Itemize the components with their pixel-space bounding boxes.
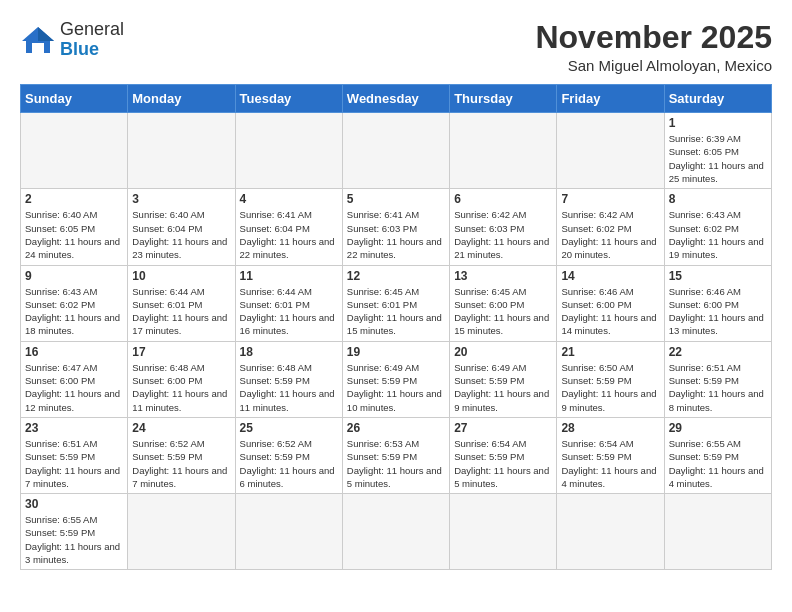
table-row xyxy=(342,113,449,189)
day-number: 20 xyxy=(454,345,552,359)
table-row: 14Sunrise: 6:46 AM Sunset: 6:00 PM Dayli… xyxy=(557,265,664,341)
table-row xyxy=(235,113,342,189)
table-row: 23Sunrise: 6:51 AM Sunset: 5:59 PM Dayli… xyxy=(21,417,128,493)
month-title: November 2025 xyxy=(535,20,772,55)
table-row: 21Sunrise: 6:50 AM Sunset: 5:59 PM Dayli… xyxy=(557,341,664,417)
day-number: 22 xyxy=(669,345,767,359)
calendar-table: Sunday Monday Tuesday Wednesday Thursday… xyxy=(20,84,772,570)
table-row: 9Sunrise: 6:43 AM Sunset: 6:02 PM Daylig… xyxy=(21,265,128,341)
svg-rect-2 xyxy=(32,43,44,53)
day-info: Sunrise: 6:41 AM Sunset: 6:04 PM Dayligh… xyxy=(240,208,338,261)
table-row: 30Sunrise: 6:55 AM Sunset: 5:59 PM Dayli… xyxy=(21,494,128,570)
day-info: Sunrise: 6:43 AM Sunset: 6:02 PM Dayligh… xyxy=(25,285,123,338)
table-row: 18Sunrise: 6:48 AM Sunset: 5:59 PM Dayli… xyxy=(235,341,342,417)
day-number: 15 xyxy=(669,269,767,283)
weekday-header-row: Sunday Monday Tuesday Wednesday Thursday… xyxy=(21,85,772,113)
day-number: 28 xyxy=(561,421,659,435)
day-info: Sunrise: 6:44 AM Sunset: 6:01 PM Dayligh… xyxy=(240,285,338,338)
day-info: Sunrise: 6:49 AM Sunset: 5:59 PM Dayligh… xyxy=(347,361,445,414)
day-number: 12 xyxy=(347,269,445,283)
header-monday: Monday xyxy=(128,85,235,113)
day-number: 11 xyxy=(240,269,338,283)
day-info: Sunrise: 6:41 AM Sunset: 6:03 PM Dayligh… xyxy=(347,208,445,261)
day-number: 2 xyxy=(25,192,123,206)
day-number: 16 xyxy=(25,345,123,359)
header-sunday: Sunday xyxy=(21,85,128,113)
table-row: 27Sunrise: 6:54 AM Sunset: 5:59 PM Dayli… xyxy=(450,417,557,493)
table-row: 24Sunrise: 6:52 AM Sunset: 5:59 PM Dayli… xyxy=(128,417,235,493)
header-wednesday: Wednesday xyxy=(342,85,449,113)
table-row: 12Sunrise: 6:45 AM Sunset: 6:01 PM Dayli… xyxy=(342,265,449,341)
table-row: 10Sunrise: 6:44 AM Sunset: 6:01 PM Dayli… xyxy=(128,265,235,341)
day-number: 30 xyxy=(25,497,123,511)
table-row: 15Sunrise: 6:46 AM Sunset: 6:00 PM Dayli… xyxy=(664,265,771,341)
day-number: 10 xyxy=(132,269,230,283)
day-info: Sunrise: 6:43 AM Sunset: 6:02 PM Dayligh… xyxy=(669,208,767,261)
calendar-row: 9Sunrise: 6:43 AM Sunset: 6:02 PM Daylig… xyxy=(21,265,772,341)
day-info: Sunrise: 6:51 AM Sunset: 5:59 PM Dayligh… xyxy=(25,437,123,490)
day-number: 6 xyxy=(454,192,552,206)
day-number: 1 xyxy=(669,116,767,130)
day-info: Sunrise: 6:52 AM Sunset: 5:59 PM Dayligh… xyxy=(240,437,338,490)
table-row: 17Sunrise: 6:48 AM Sunset: 6:00 PM Dayli… xyxy=(128,341,235,417)
day-number: 21 xyxy=(561,345,659,359)
day-info: Sunrise: 6:40 AM Sunset: 6:04 PM Dayligh… xyxy=(132,208,230,261)
table-row: 25Sunrise: 6:52 AM Sunset: 5:59 PM Dayli… xyxy=(235,417,342,493)
table-row: 11Sunrise: 6:44 AM Sunset: 6:01 PM Dayli… xyxy=(235,265,342,341)
table-row: 22Sunrise: 6:51 AM Sunset: 5:59 PM Dayli… xyxy=(664,341,771,417)
day-info: Sunrise: 6:47 AM Sunset: 6:00 PM Dayligh… xyxy=(25,361,123,414)
table-row: 2Sunrise: 6:40 AM Sunset: 6:05 PM Daylig… xyxy=(21,189,128,265)
day-number: 19 xyxy=(347,345,445,359)
table-row: 6Sunrise: 6:42 AM Sunset: 6:03 PM Daylig… xyxy=(450,189,557,265)
header-friday: Friday xyxy=(557,85,664,113)
day-number: 25 xyxy=(240,421,338,435)
day-info: Sunrise: 6:46 AM Sunset: 6:00 PM Dayligh… xyxy=(561,285,659,338)
calendar-row: 1Sunrise: 6:39 AM Sunset: 6:05 PM Daylig… xyxy=(21,113,772,189)
table-row: 28Sunrise: 6:54 AM Sunset: 5:59 PM Dayli… xyxy=(557,417,664,493)
day-info: Sunrise: 6:54 AM Sunset: 5:59 PM Dayligh… xyxy=(561,437,659,490)
day-info: Sunrise: 6:48 AM Sunset: 6:00 PM Dayligh… xyxy=(132,361,230,414)
table-row: 20Sunrise: 6:49 AM Sunset: 5:59 PM Dayli… xyxy=(450,341,557,417)
logo-blue: Blue xyxy=(60,39,99,59)
day-info: Sunrise: 6:52 AM Sunset: 5:59 PM Dayligh… xyxy=(132,437,230,490)
day-number: 9 xyxy=(25,269,123,283)
day-number: 29 xyxy=(669,421,767,435)
table-row: 5Sunrise: 6:41 AM Sunset: 6:03 PM Daylig… xyxy=(342,189,449,265)
day-info: Sunrise: 6:55 AM Sunset: 5:59 PM Dayligh… xyxy=(669,437,767,490)
day-number: 8 xyxy=(669,192,767,206)
day-info: Sunrise: 6:49 AM Sunset: 5:59 PM Dayligh… xyxy=(454,361,552,414)
calendar-row: 16Sunrise: 6:47 AM Sunset: 6:00 PM Dayli… xyxy=(21,341,772,417)
day-info: Sunrise: 6:48 AM Sunset: 5:59 PM Dayligh… xyxy=(240,361,338,414)
svg-marker-1 xyxy=(38,27,54,41)
day-number: 27 xyxy=(454,421,552,435)
day-info: Sunrise: 6:50 AM Sunset: 5:59 PM Dayligh… xyxy=(561,361,659,414)
day-info: Sunrise: 6:42 AM Sunset: 6:02 PM Dayligh… xyxy=(561,208,659,261)
table-row: 26Sunrise: 6:53 AM Sunset: 5:59 PM Dayli… xyxy=(342,417,449,493)
table-row xyxy=(664,494,771,570)
day-number: 14 xyxy=(561,269,659,283)
table-row: 13Sunrise: 6:45 AM Sunset: 6:00 PM Dayli… xyxy=(450,265,557,341)
table-row: 1Sunrise: 6:39 AM Sunset: 6:05 PM Daylig… xyxy=(664,113,771,189)
day-info: Sunrise: 6:42 AM Sunset: 6:03 PM Dayligh… xyxy=(454,208,552,261)
day-info: Sunrise: 6:39 AM Sunset: 6:05 PM Dayligh… xyxy=(669,132,767,185)
table-row: 3Sunrise: 6:40 AM Sunset: 6:04 PM Daylig… xyxy=(128,189,235,265)
day-number: 24 xyxy=(132,421,230,435)
day-number: 18 xyxy=(240,345,338,359)
logo-icon xyxy=(20,25,56,55)
table-row xyxy=(128,494,235,570)
day-info: Sunrise: 6:53 AM Sunset: 5:59 PM Dayligh… xyxy=(347,437,445,490)
day-info: Sunrise: 6:45 AM Sunset: 6:00 PM Dayligh… xyxy=(454,285,552,338)
day-info: Sunrise: 6:55 AM Sunset: 5:59 PM Dayligh… xyxy=(25,513,123,566)
header-tuesday: Tuesday xyxy=(235,85,342,113)
title-area: November 2025 San Miguel Almoloyan, Mexi… xyxy=(535,20,772,74)
table-row xyxy=(235,494,342,570)
day-number: 7 xyxy=(561,192,659,206)
table-row xyxy=(342,494,449,570)
day-info: Sunrise: 6:45 AM Sunset: 6:01 PM Dayligh… xyxy=(347,285,445,338)
table-row xyxy=(450,113,557,189)
table-row: 16Sunrise: 6:47 AM Sunset: 6:00 PM Dayli… xyxy=(21,341,128,417)
table-row xyxy=(557,113,664,189)
day-number: 13 xyxy=(454,269,552,283)
logo: General Blue xyxy=(20,20,124,60)
table-row xyxy=(128,113,235,189)
